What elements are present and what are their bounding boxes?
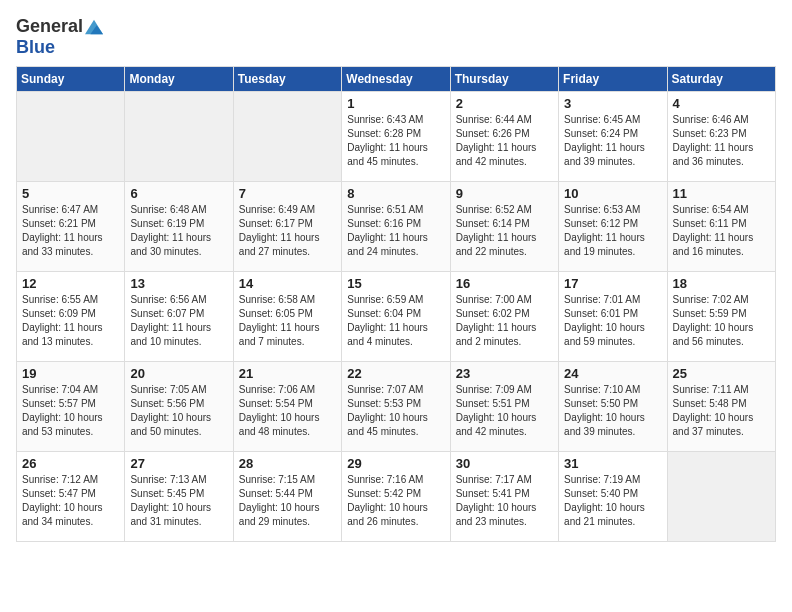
calendar-week-row: 1Sunrise: 6:43 AMSunset: 6:28 PMDaylight… <box>17 92 776 182</box>
calendar-cell: 10Sunrise: 6:53 AMSunset: 6:12 PMDayligh… <box>559 182 667 272</box>
day-number: 20 <box>130 366 227 381</box>
calendar-cell: 26Sunrise: 7:12 AMSunset: 5:47 PMDayligh… <box>17 452 125 542</box>
calendar-cell: 27Sunrise: 7:13 AMSunset: 5:45 PMDayligh… <box>125 452 233 542</box>
calendar-cell: 21Sunrise: 7:06 AMSunset: 5:54 PMDayligh… <box>233 362 341 452</box>
day-info: Sunrise: 7:09 AMSunset: 5:51 PMDaylight:… <box>456 383 553 439</box>
day-info: Sunrise: 6:46 AMSunset: 6:23 PMDaylight:… <box>673 113 770 169</box>
day-info: Sunrise: 6:48 AMSunset: 6:19 PMDaylight:… <box>130 203 227 259</box>
day-info: Sunrise: 7:16 AMSunset: 5:42 PMDaylight:… <box>347 473 444 529</box>
calendar-week-row: 5Sunrise: 6:47 AMSunset: 6:21 PMDaylight… <box>17 182 776 272</box>
weekday-header: Sunday <box>17 67 125 92</box>
day-number: 1 <box>347 96 444 111</box>
day-number: 28 <box>239 456 336 471</box>
day-number: 2 <box>456 96 553 111</box>
day-info: Sunrise: 6:49 AMSunset: 6:17 PMDaylight:… <box>239 203 336 259</box>
weekday-header: Wednesday <box>342 67 450 92</box>
day-number: 3 <box>564 96 661 111</box>
day-number: 21 <box>239 366 336 381</box>
day-info: Sunrise: 6:45 AMSunset: 6:24 PMDaylight:… <box>564 113 661 169</box>
calendar-cell <box>667 452 775 542</box>
day-info: Sunrise: 7:01 AMSunset: 6:01 PMDaylight:… <box>564 293 661 349</box>
calendar-week-row: 26Sunrise: 7:12 AMSunset: 5:47 PMDayligh… <box>17 452 776 542</box>
day-info: Sunrise: 6:52 AMSunset: 6:14 PMDaylight:… <box>456 203 553 259</box>
day-info: Sunrise: 7:13 AMSunset: 5:45 PMDaylight:… <box>130 473 227 529</box>
calendar-cell: 3Sunrise: 6:45 AMSunset: 6:24 PMDaylight… <box>559 92 667 182</box>
day-info: Sunrise: 6:44 AMSunset: 6:26 PMDaylight:… <box>456 113 553 169</box>
calendar-cell: 8Sunrise: 6:51 AMSunset: 6:16 PMDaylight… <box>342 182 450 272</box>
calendar-cell: 9Sunrise: 6:52 AMSunset: 6:14 PMDaylight… <box>450 182 558 272</box>
day-info: Sunrise: 7:17 AMSunset: 5:41 PMDaylight:… <box>456 473 553 529</box>
calendar-cell: 17Sunrise: 7:01 AMSunset: 6:01 PMDayligh… <box>559 272 667 362</box>
calendar-week-row: 12Sunrise: 6:55 AMSunset: 6:09 PMDayligh… <box>17 272 776 362</box>
day-info: Sunrise: 7:10 AMSunset: 5:50 PMDaylight:… <box>564 383 661 439</box>
calendar-cell: 14Sunrise: 6:58 AMSunset: 6:05 PMDayligh… <box>233 272 341 362</box>
day-number: 17 <box>564 276 661 291</box>
day-number: 18 <box>673 276 770 291</box>
day-info: Sunrise: 6:51 AMSunset: 6:16 PMDaylight:… <box>347 203 444 259</box>
calendar-cell: 12Sunrise: 6:55 AMSunset: 6:09 PMDayligh… <box>17 272 125 362</box>
day-info: Sunrise: 7:11 AMSunset: 5:48 PMDaylight:… <box>673 383 770 439</box>
calendar-cell: 24Sunrise: 7:10 AMSunset: 5:50 PMDayligh… <box>559 362 667 452</box>
day-number: 5 <box>22 186 119 201</box>
day-number: 23 <box>456 366 553 381</box>
day-number: 8 <box>347 186 444 201</box>
day-info: Sunrise: 6:54 AMSunset: 6:11 PMDaylight:… <box>673 203 770 259</box>
day-info: Sunrise: 6:56 AMSunset: 6:07 PMDaylight:… <box>130 293 227 349</box>
day-number: 9 <box>456 186 553 201</box>
calendar-cell: 16Sunrise: 7:00 AMSunset: 6:02 PMDayligh… <box>450 272 558 362</box>
calendar-cell: 13Sunrise: 6:56 AMSunset: 6:07 PMDayligh… <box>125 272 233 362</box>
day-number: 4 <box>673 96 770 111</box>
day-info: Sunrise: 7:06 AMSunset: 5:54 PMDaylight:… <box>239 383 336 439</box>
calendar-cell <box>17 92 125 182</box>
day-info: Sunrise: 6:47 AMSunset: 6:21 PMDaylight:… <box>22 203 119 259</box>
calendar-cell: 28Sunrise: 7:15 AMSunset: 5:44 PMDayligh… <box>233 452 341 542</box>
calendar-cell <box>233 92 341 182</box>
day-info: Sunrise: 7:19 AMSunset: 5:40 PMDaylight:… <box>564 473 661 529</box>
calendar-cell: 23Sunrise: 7:09 AMSunset: 5:51 PMDayligh… <box>450 362 558 452</box>
calendar-cell: 18Sunrise: 7:02 AMSunset: 5:59 PMDayligh… <box>667 272 775 362</box>
calendar-cell: 6Sunrise: 6:48 AMSunset: 6:19 PMDaylight… <box>125 182 233 272</box>
day-number: 22 <box>347 366 444 381</box>
day-info: Sunrise: 6:43 AMSunset: 6:28 PMDaylight:… <box>347 113 444 169</box>
day-number: 26 <box>22 456 119 471</box>
calendar-cell: 22Sunrise: 7:07 AMSunset: 5:53 PMDayligh… <box>342 362 450 452</box>
calendar-cell <box>125 92 233 182</box>
logo-blue: Blue <box>16 37 55 57</box>
calendar-cell: 7Sunrise: 6:49 AMSunset: 6:17 PMDaylight… <box>233 182 341 272</box>
calendar-cell: 19Sunrise: 7:04 AMSunset: 5:57 PMDayligh… <box>17 362 125 452</box>
calendar-cell: 20Sunrise: 7:05 AMSunset: 5:56 PMDayligh… <box>125 362 233 452</box>
day-number: 13 <box>130 276 227 291</box>
day-info: Sunrise: 6:58 AMSunset: 6:05 PMDaylight:… <box>239 293 336 349</box>
weekday-header: Monday <box>125 67 233 92</box>
calendar-cell: 5Sunrise: 6:47 AMSunset: 6:21 PMDaylight… <box>17 182 125 272</box>
day-number: 14 <box>239 276 336 291</box>
day-number: 24 <box>564 366 661 381</box>
logo-text: GeneralBlue <box>16 16 103 58</box>
calendar-cell: 1Sunrise: 6:43 AMSunset: 6:28 PMDaylight… <box>342 92 450 182</box>
calendar-cell: 15Sunrise: 6:59 AMSunset: 6:04 PMDayligh… <box>342 272 450 362</box>
day-info: Sunrise: 7:02 AMSunset: 5:59 PMDaylight:… <box>673 293 770 349</box>
day-info: Sunrise: 7:05 AMSunset: 5:56 PMDaylight:… <box>130 383 227 439</box>
day-number: 15 <box>347 276 444 291</box>
page-header: GeneralBlue <box>16 16 776 58</box>
day-number: 19 <box>22 366 119 381</box>
day-number: 7 <box>239 186 336 201</box>
calendar-cell: 29Sunrise: 7:16 AMSunset: 5:42 PMDayligh… <box>342 452 450 542</box>
calendar-cell: 11Sunrise: 6:54 AMSunset: 6:11 PMDayligh… <box>667 182 775 272</box>
day-info: Sunrise: 7:04 AMSunset: 5:57 PMDaylight:… <box>22 383 119 439</box>
logo-general: General <box>16 16 83 36</box>
logo-icon <box>85 18 103 36</box>
calendar-cell: 30Sunrise: 7:17 AMSunset: 5:41 PMDayligh… <box>450 452 558 542</box>
day-info: Sunrise: 7:12 AMSunset: 5:47 PMDaylight:… <box>22 473 119 529</box>
day-number: 30 <box>456 456 553 471</box>
day-info: Sunrise: 6:59 AMSunset: 6:04 PMDaylight:… <box>347 293 444 349</box>
calendar-cell: 4Sunrise: 6:46 AMSunset: 6:23 PMDaylight… <box>667 92 775 182</box>
day-number: 11 <box>673 186 770 201</box>
day-number: 12 <box>22 276 119 291</box>
day-info: Sunrise: 6:53 AMSunset: 6:12 PMDaylight:… <box>564 203 661 259</box>
day-info: Sunrise: 7:15 AMSunset: 5:44 PMDaylight:… <box>239 473 336 529</box>
day-number: 31 <box>564 456 661 471</box>
calendar-cell: 2Sunrise: 6:44 AMSunset: 6:26 PMDaylight… <box>450 92 558 182</box>
day-number: 27 <box>130 456 227 471</box>
weekday-header-row: SundayMondayTuesdayWednesdayThursdayFrid… <box>17 67 776 92</box>
